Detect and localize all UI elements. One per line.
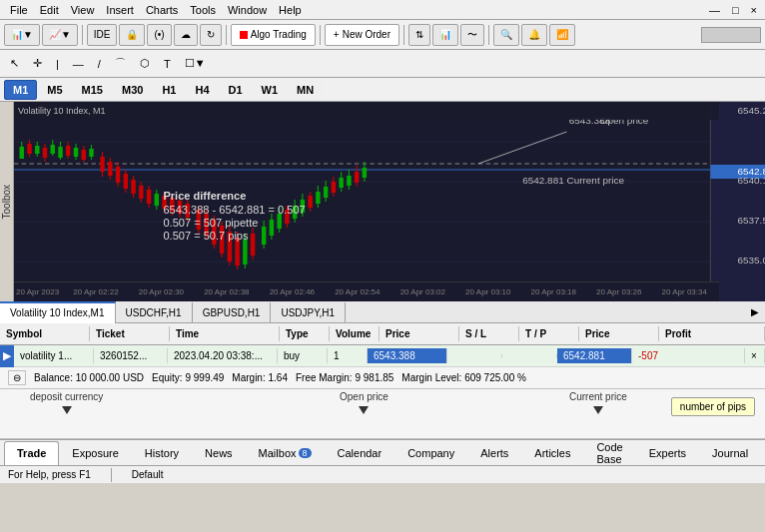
tf-d1[interactable]: D1	[220, 80, 252, 100]
row-close-btn[interactable]: ×	[745, 348, 765, 363]
bottom-tabs: Trade Exposure History News Mailbox 8 Ca…	[0, 439, 765, 465]
sym-tab-vol10[interactable]: Volatility 10 Index,M1	[0, 301, 116, 323]
svg-text:6542.881 Current price: 6542.881 Current price	[522, 175, 624, 185]
tab-articles[interactable]: Articles	[521, 441, 583, 465]
volume-slider[interactable]	[701, 27, 761, 43]
number-of-pips-label: number of pips	[680, 401, 746, 412]
col-ticket[interactable]: Ticket	[90, 326, 170, 341]
menu-view[interactable]: View	[65, 2, 101, 18]
menu-edit[interactable]: Edit	[34, 2, 65, 18]
algo-trading-btn[interactable]: Algo Trading	[231, 24, 316, 46]
col-volume[interactable]: Volume	[330, 326, 380, 341]
cursor-tool[interactable]: ↖	[4, 53, 25, 75]
horizontal-line-tool[interactable]: —	[67, 53, 90, 75]
maximize-btn[interactable]: □	[728, 4, 743, 16]
refresh-btn[interactable]: ↻	[200, 24, 222, 46]
tab-journal[interactable]: Journal	[699, 441, 761, 465]
col-profit[interactable]: Profit	[659, 326, 765, 341]
connect-btn[interactable]: (•)	[147, 24, 171, 46]
lock-btn[interactable]: 🔒	[119, 24, 145, 46]
col-symbol[interactable]: Symbol	[0, 326, 90, 341]
svg-text:Price difference: Price difference	[163, 191, 246, 202]
separator-btn[interactable]: ⇅	[408, 24, 430, 46]
toolbox-sidebar[interactable]: Toolbox	[0, 102, 14, 301]
toolbar2: ↖ ✛ | — / ⌒ ⬡ T ☐▼	[0, 50, 765, 78]
vertical-line-tool[interactable]: |	[50, 53, 65, 75]
margin-level-label: Margin Level: 609 725.00 %	[401, 372, 526, 383]
tab-news[interactable]: News	[192, 441, 246, 465]
new-order-btn[interactable]: + New Order	[325, 24, 399, 46]
text-tool[interactable]: T	[158, 53, 177, 75]
menu-file[interactable]: File	[4, 2, 34, 18]
cell-tp	[502, 354, 557, 358]
crosshair-tool[interactable]: ✛	[27, 53, 48, 75]
col-sl[interactable]: S / L	[459, 326, 519, 341]
open-price-arrow-down	[359, 406, 369, 414]
current-price-ann-label: Current price	[569, 391, 627, 402]
menu-charts[interactable]: Charts	[140, 2, 184, 18]
tab-codebase[interactable]: Code Base	[583, 441, 635, 465]
tab-calendar[interactable]: Calendar	[325, 441, 395, 465]
cell-open-price: 6543.388	[368, 348, 447, 363]
terminal-row: ▶ volatility 1... 3260152... 2023.04.20 …	[0, 345, 765, 367]
margin-label: Margin: 1.64	[232, 372, 288, 383]
menu-tools[interactable]: Tools	[184, 2, 222, 18]
cell-volume: 1	[328, 348, 368, 363]
mailbox-badge: 8	[299, 448, 312, 458]
tf-w1[interactable]: W1	[253, 80, 288, 100]
col-time[interactable]: Time	[170, 326, 280, 341]
col-open-price[interactable]: Price	[380, 326, 459, 341]
tab-exposure[interactable]: Exposure	[59, 441, 131, 465]
tab-history[interactable]: History	[132, 441, 192, 465]
sym-tab-usdjpy[interactable]: USDJPY,H1	[271, 301, 346, 323]
polygon-tool[interactable]: ⬡	[134, 53, 156, 75]
mailbox-label: Mailbox	[259, 447, 297, 459]
trend-line-tool[interactable]: /	[92, 53, 107, 75]
curve-tool[interactable]: ⌒	[109, 53, 132, 75]
chart-area[interactable]: Volatility 10 Index, M1	[14, 102, 765, 301]
sep3	[320, 25, 321, 45]
menu-help[interactable]: Help	[273, 2, 308, 18]
tabs-scroll-arrow[interactable]: ▶	[745, 304, 765, 319]
col-tp[interactable]: T / P	[519, 326, 579, 341]
tf-m5[interactable]: M5	[38, 80, 71, 100]
svg-text:0.507 = 50.7 pips: 0.507 = 50.7 pips	[163, 231, 248, 242]
row-expand-icon[interactable]: ▶	[0, 345, 14, 367]
status-sep	[111, 468, 112, 482]
tab-experts[interactable]: Experts	[636, 441, 699, 465]
col-type[interactable]: Type	[280, 326, 330, 341]
chart-svg: 6542.881 6545.235 6540.141 6537.594 6535…	[14, 102, 765, 301]
minimize-btn[interactable]: —	[705, 4, 724, 16]
notifications-btn[interactable]: 🔔	[521, 24, 547, 46]
search-btn[interactable]: 🔍	[493, 24, 519, 46]
shape-tool[interactable]: ☐▼	[179, 53, 212, 75]
date-8: 20 Apr 03:18	[521, 287, 586, 296]
close-btn[interactable]: ×	[747, 4, 761, 16]
tf-m1[interactable]: M1	[4, 80, 37, 100]
col-current-price[interactable]: Price	[579, 326, 659, 341]
menu-insert[interactable]: Insert	[100, 2, 140, 18]
tf-h4[interactable]: H4	[186, 80, 218, 100]
tab-mailbox[interactable]: Mailbox 8	[246, 441, 325, 465]
ide-btn[interactable]: IDE	[87, 24, 118, 46]
tab-trade[interactable]: Trade	[4, 441, 59, 465]
chart-btn2[interactable]: 📊	[432, 24, 458, 46]
tab-company[interactable]: Company	[394, 441, 467, 465]
sym-tab-usdchf[interactable]: USDCHF,H1	[116, 301, 193, 323]
cloud-btn[interactable]: ☁	[174, 24, 198, 46]
tf-m15[interactable]: M15	[73, 80, 112, 100]
symbol-tabs: Volatility 10 Index,M1 USDCHF,H1 GBPUSD,…	[0, 301, 765, 323]
current-price-annotation: Current price	[569, 391, 627, 416]
chart-btn3[interactable]: 〜	[460, 24, 484, 46]
tf-h1[interactable]: H1	[153, 80, 185, 100]
menu-window[interactable]: Window	[222, 2, 273, 18]
tf-mn[interactable]: MN	[288, 80, 323, 100]
new-chart-btn[interactable]: 📊▼	[4, 24, 40, 46]
signals-btn[interactable]: 📶	[549, 24, 575, 46]
toolbox-label: Toolbox	[1, 185, 12, 219]
tab-alerts[interactable]: Alerts	[467, 441, 521, 465]
sym-tab-gbpusd[interactable]: GBPUSD,H1	[193, 301, 272, 323]
chart-type-btn[interactable]: 📈▼	[42, 24, 78, 46]
tf-m30[interactable]: M30	[113, 80, 152, 100]
equity-label: Equity: 9 999.49	[152, 372, 224, 383]
